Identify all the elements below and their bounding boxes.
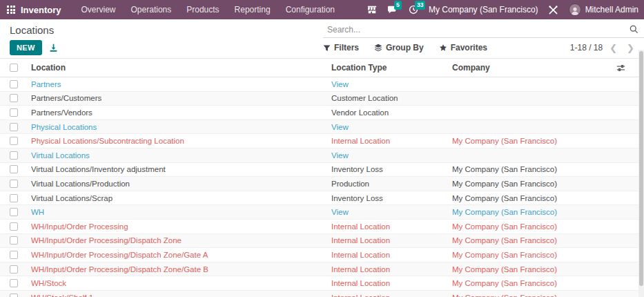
filters-button[interactable]: Filters [323,43,359,52]
cell-location-type[interactable]: Inventory Loss [331,165,452,173]
table-row[interactable]: Virtual Locations/Production Production … [0,177,644,191]
menu-operations[interactable]: Operations [125,1,178,18]
cell-location[interactable]: Physical Locations/Subcontracting Locati… [31,137,331,145]
row-checkbox[interactable] [10,279,18,287]
table-row[interactable]: WH/Stock/Shelf 1 Internal Location My Co… [0,291,644,297]
cell-company[interactable]: My Company (San Francisco) [452,279,616,287]
menu-reporting[interactable]: Reporting [228,1,277,18]
cell-location-type[interactable]: Internal Location [331,279,452,287]
row-checkbox[interactable] [10,236,18,245]
cell-company[interactable]: My Company (San Francisco) [452,236,616,245]
cell-location-type[interactable]: Internal Location [331,265,452,274]
cell-company[interactable]: My Company (San Francisco) [452,294,616,297]
cell-location[interactable]: WH/Input/Order Processing/Dispatch Zone/… [31,251,331,259]
cell-location[interactable]: Partners/Customers [31,94,331,102]
cell-location[interactable]: WH/Input/Order Processing/Dispatch Zone/… [31,265,331,274]
cell-location[interactable]: Virtual Locations/Production [31,180,331,188]
table-row[interactable]: Partners/Vendors Vendor Location [0,106,644,120]
export-download-icon[interactable] [49,44,58,52]
cell-company[interactable]: My Company (San Francisco) [452,251,616,259]
cell-location-type[interactable]: Vendor Location [331,108,452,117]
activities-clock-icon[interactable]: 33 [408,4,419,15]
menu-products[interactable]: Products [180,1,225,18]
cell-location[interactable]: Partners/Vendors [31,108,331,117]
cell-location[interactable]: WH/Stock/Shelf 1 [31,294,331,297]
table-row[interactable]: WH/Input/Order Processing/Dispatch Zone … [0,234,644,249]
table-row[interactable]: Partners/Customers Customer Location [0,92,644,106]
table-row[interactable]: WH/Input/Order Processing Internal Locat… [0,220,644,234]
column-header-location-type[interactable]: Location Type [331,63,452,73]
row-checkbox[interactable] [10,294,18,297]
cell-location[interactable]: Virtual Locations/Scrap [31,194,331,202]
table-row[interactable]: WH/Input/Order Processing/Dispatch Zone/… [0,262,644,277]
cell-location-type[interactable]: View [331,80,452,88]
row-checkbox[interactable] [10,222,18,231]
menu-overview[interactable]: Overview [75,1,122,18]
cell-company[interactable]: My Company (San Francisco) [452,208,616,216]
vertical-scrollbar[interactable] [638,50,644,297]
apps-menu-icon[interactable] [7,6,15,14]
cell-location-type[interactable]: Internal Location [331,251,452,259]
cell-location[interactable]: WH/Input/Order Processing [31,222,331,231]
cell-location-type[interactable]: Inventory Loss [331,194,452,202]
cell-location-type[interactable]: Production [331,180,452,188]
cell-location-type[interactable]: Internal Location [331,294,452,297]
column-header-location[interactable]: Location [31,63,331,73]
row-checkbox[interactable] [10,80,18,88]
group-by-button[interactable]: Group By [374,43,424,52]
magnifier-icon[interactable] [630,25,638,34]
cell-location[interactable]: WH/Stock [31,279,331,287]
search-input[interactable] [327,25,630,35]
scrollbar-thumb[interactable] [639,51,643,286]
row-checkbox[interactable] [10,208,18,216]
table-row[interactable]: Virtual Locations/Inventory adjustment I… [0,163,644,178]
row-checkbox[interactable] [10,165,18,173]
select-all-checkbox[interactable] [10,64,18,72]
row-checkbox[interactable] [10,108,18,117]
row-checkbox[interactable] [10,180,18,188]
cell-location-type[interactable]: View [331,208,452,216]
cell-location[interactable]: Virtual Locations [31,151,331,160]
column-header-company[interactable]: Company [452,63,616,73]
row-checkbox[interactable] [10,151,18,160]
pager-next-icon[interactable]: ❯ [627,43,634,53]
cell-company[interactable]: My Company (San Francisco) [452,265,616,274]
row-checkbox[interactable] [10,194,18,202]
new-button[interactable]: NEW [10,40,42,55]
cell-location[interactable]: WH [31,208,331,216]
cell-location-type[interactable]: View [331,123,452,131]
tools-icon[interactable] [548,4,559,15]
favorites-button[interactable]: Favorites [439,43,487,52]
table-row[interactable]: Physical Locations/Subcontracting Locati… [0,134,644,148]
cell-company[interactable]: My Company (San Francisco) [452,165,616,173]
messages-icon[interactable]: 5 [387,4,398,15]
cell-location[interactable]: Physical Locations [31,123,331,131]
storefront-icon[interactable] [367,4,378,15]
cell-location[interactable]: Virtual Locations/Inventory adjustment [31,165,331,173]
table-row[interactable]: Physical Locations View [0,120,644,135]
cell-location-type[interactable]: Internal Location [331,222,452,231]
cell-location[interactable]: Partners [31,80,331,88]
row-checkbox[interactable] [10,137,18,145]
cell-location-type[interactable]: Internal Location [331,236,452,245]
cell-location-type[interactable]: Customer Location [331,94,452,102]
table-row[interactable]: WH/Input/Order Processing/Dispatch Zone/… [0,248,644,262]
cell-company[interactable]: My Company (San Francisco) [452,222,616,231]
cell-company[interactable]: My Company (San Francisco) [452,180,616,188]
table-row[interactable]: Virtual Locations/Scrap Inventory Loss M… [0,191,644,206]
row-checkbox[interactable] [10,94,18,102]
row-checkbox[interactable] [10,265,18,274]
company-switcher[interactable]: My Company (San Francisco) [429,5,538,15]
cell-location[interactable]: WH/Input/Order Processing/Dispatch Zone [31,236,331,245]
table-row[interactable]: Partners View [0,77,644,92]
cell-company[interactable]: My Company (San Francisco) [452,137,616,145]
current-app-name[interactable]: Inventory [21,5,61,15]
cell-location-type[interactable]: View [331,151,452,160]
menu-configuration[interactable]: Configuration [280,1,341,18]
table-row[interactable]: WH View My Company (San Francisco) [0,205,644,220]
table-row[interactable]: Virtual Locations View [0,148,644,163]
row-checkbox[interactable] [10,251,18,259]
pager-previous-icon[interactable]: ❮ [609,43,617,53]
table-row[interactable]: WH/Stock Internal Location My Company (S… [0,276,644,291]
cell-company[interactable]: My Company (San Francisco) [452,194,616,202]
